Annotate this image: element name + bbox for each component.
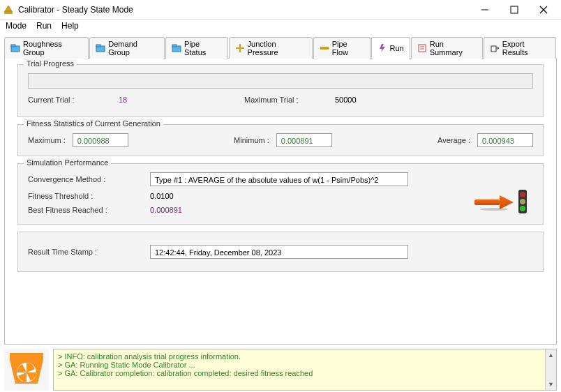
svg-rect-9 <box>96 45 100 47</box>
folder-icon <box>172 43 181 53</box>
timestamp-label: Result Time Stamp : <box>28 248 150 256</box>
svg-rect-7 <box>11 45 15 47</box>
maximum-trial-value: 50000 <box>335 96 357 104</box>
log-line: > GA: Calibrator completion: calibration… <box>58 369 552 377</box>
tab-label: Roughness Group <box>23 40 82 56</box>
menu-mode[interactable]: Mode <box>6 21 27 31</box>
svg-rect-11 <box>172 45 177 47</box>
svg-point-25 <box>520 199 525 204</box>
best-fitness-label: Best Fitness Reached : <box>28 206 150 214</box>
tab-roughness-group[interactable]: Roughness Group <box>4 37 89 59</box>
tab-label: Pipe Flow <box>332 40 364 56</box>
svg-rect-20 <box>474 199 500 205</box>
convergence-method-label: Convergence Method : <box>28 175 150 183</box>
trial-progress-bar <box>28 73 533 89</box>
lightning-icon <box>377 43 387 53</box>
folder-icon <box>96 43 105 53</box>
current-trial-value: 18 <box>119 96 244 104</box>
svg-rect-19 <box>491 46 496 52</box>
fitness-min-value: 0.000891 <box>276 133 332 147</box>
svg-rect-3 <box>511 6 518 13</box>
current-trial-label: Current Trial : <box>28 96 119 104</box>
maximize-button[interactable] <box>500 0 529 20</box>
best-fitness-value: 0.000891 <box>150 206 182 214</box>
group-legend: Simulation Performance <box>24 158 111 167</box>
tab-junction-pressure[interactable]: Junction Pressure <box>229 37 313 59</box>
trial-progress-group: Trial Progress Current Trial : 18 Maximu… <box>17 64 544 117</box>
maximum-trial-label: Maximum Trial : <box>244 96 335 104</box>
tab-label: Export Results <box>502 40 550 56</box>
svg-marker-1 <box>5 6 12 11</box>
shutter-icon <box>4 349 49 391</box>
convergence-method-value: Type #1 : AVERAGE of the absolute values… <box>150 172 408 186</box>
svg-marker-21 <box>500 195 514 209</box>
app-icon <box>3 4 14 15</box>
scroll-down-icon[interactable]: ▼ <box>546 379 556 390</box>
log-output[interactable]: > INFO: calibration analysis trial progr… <box>53 349 557 391</box>
minimize-button[interactable] <box>470 0 500 20</box>
tab-run[interactable]: Run <box>371 37 410 59</box>
group-legend: Fitness Statistics of Current Generation <box>24 119 163 128</box>
arrow-icon <box>473 194 515 211</box>
tab-label: Run Summary <box>430 40 477 56</box>
tab-pipe-flow[interactable]: Pipe Flow <box>313 37 371 59</box>
title-bar: Calibrator - Steady State Mode <box>0 0 561 20</box>
footer: > INFO: calibration analysis trial progr… <box>4 349 557 391</box>
traffic-light-icon <box>516 189 529 216</box>
summary-icon <box>417 43 427 53</box>
fitness-avg-value: 0.000943 <box>477 133 533 147</box>
tab-export-results[interactable]: Export Results <box>484 37 556 59</box>
svg-rect-16 <box>419 45 426 52</box>
tab-label: Run <box>390 44 404 52</box>
close-button[interactable] <box>529 0 558 20</box>
svg-point-24 <box>520 192 525 197</box>
group-legend: Trial Progress <box>24 59 77 68</box>
window-controls <box>470 0 558 20</box>
junction-icon <box>235 43 245 53</box>
svg-point-22 <box>480 208 508 211</box>
tab-label: Pipe Status <box>184 40 222 56</box>
svg-marker-15 <box>380 44 385 52</box>
log-scrollbar[interactable]: ▲ ▼ <box>545 349 556 390</box>
fitness-stats-group: Fitness Statistics of Current Generation… <box>17 124 544 156</box>
svg-point-26 <box>520 206 525 211</box>
folder-icon <box>10 43 20 53</box>
scroll-up-icon[interactable]: ▲ <box>546 349 556 361</box>
timestamp-group: Result Time Stamp : 12:42:44, Friday, De… <box>17 232 544 272</box>
menu-bar: Mode Run Help <box>0 20 561 33</box>
tab-label: Demand Group <box>108 40 158 56</box>
window-title: Calibrator - Steady State Mode <box>18 5 133 15</box>
fitness-max-value: 0.000988 <box>73 133 128 147</box>
fitness-min-label: Minimum : <box>234 136 269 144</box>
run-panel: Trial Progress Current Trial : 18 Maximu… <box>4 59 557 345</box>
tab-label: Junction Pressure <box>248 40 306 56</box>
svg-rect-14 <box>320 47 329 50</box>
fitness-threshold-label: Fitness Threshold : <box>28 192 150 200</box>
timestamp-value: 12:42:44, Friday, December 08, 2023 <box>150 245 408 259</box>
fitness-threshold-value: 0.0100 <box>150 192 174 200</box>
tab-run-summary[interactable]: Run Summary <box>411 37 483 59</box>
menu-run[interactable]: Run <box>36 21 52 31</box>
status-indicator <box>473 189 529 216</box>
menu-help[interactable]: Help <box>61 21 79 31</box>
tab-pipe-status[interactable]: Pipe Status <box>165 37 228 59</box>
log-line: > INFO: calibration analysis trial progr… <box>58 352 552 361</box>
tab-demand-group[interactable]: Demand Group <box>89 37 165 59</box>
simulation-performance-group: Simulation Performance Convergence Metho… <box>17 163 544 225</box>
export-icon <box>490 43 500 53</box>
log-line: > GA: Running Static Mode Calibrator ... <box>58 361 552 369</box>
fitness-max-label: Maximum : <box>28 136 66 144</box>
tab-strip: Roughness Group Demand Group Pipe Status… <box>4 36 557 59</box>
fitness-avg-label: Average : <box>437 136 470 144</box>
pipe-icon <box>320 43 329 53</box>
svg-rect-27 <box>10 353 43 360</box>
svg-rect-0 <box>4 11 13 14</box>
